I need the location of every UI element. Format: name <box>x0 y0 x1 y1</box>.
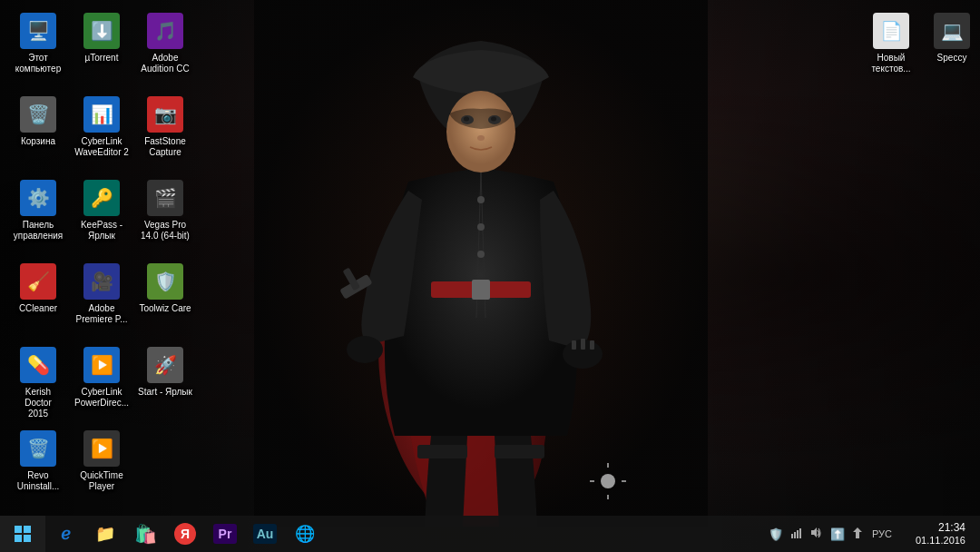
cyberlink-power-icon: ▶️ <box>83 347 120 383</box>
recycle-bin-label: Корзина <box>21 136 55 147</box>
svg-point-7 <box>477 135 485 141</box>
speccy-icon: 💻 <box>934 13 970 49</box>
desktop-icon-vegas-pro[interactable]: 🎬Vegas Pro 14.0 (64-bit) <box>134 174 196 256</box>
character-illustration <box>254 0 708 527</box>
faststone-label: FastStone Capture <box>144 136 186 158</box>
desktop-icon-quicktime[interactable]: ▶️QuickTime Player <box>71 425 132 507</box>
utorrent-label: µTorrent <box>85 53 119 64</box>
speccy-label: Speccy <box>937 53 967 64</box>
ie-app-icon: ℯ <box>61 524 71 544</box>
svg-point-5 <box>464 117 469 122</box>
faststone-icon: 📷 <box>147 96 183 133</box>
svg-point-8 <box>347 336 383 363</box>
tray-network-icon[interactable] <box>789 527 805 542</box>
adobe-premiere-label: Adobe Premiere P... <box>75 303 127 325</box>
desktop-icon-utorrent[interactable]: ⬇️µTorrent <box>71 7 132 89</box>
desktop-icon-faststone[interactable]: 📷FastStone Capture <box>134 91 196 172</box>
control-panel-icon: ⚙️ <box>20 180 56 216</box>
svg-rect-29 <box>15 535 22 542</box>
tray-arrow-icon[interactable] <box>850 527 865 542</box>
desktop-icons-right: 📄Новый текстов...💻Speccy <box>853 0 980 163</box>
clock-date: 01.11.2016 <box>916 535 965 547</box>
quicktime-icon: ▶️ <box>83 430 120 467</box>
svg-rect-28 <box>24 526 31 533</box>
clock[interactable]: 21:34 01.11.2016 <box>908 521 973 547</box>
start-shortcut-label: Start - Ярлык <box>138 387 192 398</box>
vegas-pro-label: Vegas Pro 14.0 (64-bit) <box>141 220 190 242</box>
desktop-icon-cyberlink-wave[interactable]: 📊CyberLink WaveEditor 2 <box>71 91 132 172</box>
desktop-icon-speccy[interactable]: 💻Speccy <box>921 7 980 89</box>
recycle-bin-icon: 🗑️ <box>20 96 56 133</box>
desktop-icon-kerish-doctor[interactable]: 💊Kerish Doctor 2015 <box>7 341 69 423</box>
taskbar-app-store[interactable]: 🛍️ <box>125 516 165 552</box>
desktop-icon-new-text-file[interactable]: 📄Новый текстов... <box>860 7 922 89</box>
desktop-icon-control-panel[interactable]: ⚙️Панель управления <box>7 174 69 256</box>
keepass-label: KeePass - Ярлык <box>81 220 122 242</box>
adobe-audition-label: Adobe Audition CC <box>141 53 189 74</box>
svg-marker-36 <box>853 527 862 538</box>
svg-point-17 <box>477 251 485 258</box>
svg-rect-27 <box>15 526 22 533</box>
this-computer-label: Этот компьютер <box>15 53 61 74</box>
desktop-icon-adobe-audition[interactable]: 🎵Adobe Audition CC <box>134 7 196 89</box>
svg-rect-20 <box>417 445 467 458</box>
this-computer-icon: 🖥️ <box>20 13 56 49</box>
desktop: 🖥️Этот компьютер⬇️µTorrent🎵Adobe Auditio… <box>0 0 980 552</box>
desktop-icon-revo-uninstall[interactable]: 🗑️Revo Uninstall... <box>7 425 69 507</box>
new-text-file-icon: 📄 <box>873 13 909 49</box>
svg-point-15 <box>477 196 485 203</box>
adobe-premiere-icon: 🎥 <box>83 263 120 300</box>
new-text-file-label: Новый текстов... <box>871 53 910 74</box>
store-app-icon: 🛍️ <box>134 523 157 545</box>
ccleaner-icon: 🧹 <box>20 263 56 300</box>
yandex-browser-tb-app-icon: 🌐 <box>295 524 315 544</box>
svg-rect-14 <box>590 340 594 350</box>
explorer-app-icon: 📁 <box>95 524 115 544</box>
desktop-icon-toolwiz-care[interactable]: 🛡️Toolwiz Care <box>134 258 196 340</box>
ccleaner-label: CCleaner <box>19 303 57 314</box>
svg-rect-31 <box>791 534 793 538</box>
keepass-icon: 🔑 <box>83 180 120 216</box>
desktop-icon-adobe-premiere[interactable]: 🎥Adobe Premiere P... <box>71 258 132 340</box>
quicktime-label: QuickTime Player <box>80 470 122 492</box>
taskbar-app-adobe-premiere-tb[interactable]: Pr <box>205 516 245 552</box>
vegas-pro-icon: 🎬 <box>147 180 183 216</box>
tray-shield-icon[interactable]: 🛡️ <box>767 527 785 541</box>
adobe-audition-tb-app-icon: Au <box>253 524 277 544</box>
desktop-icon-keepass[interactable]: 🔑KeePass - Ярлык <box>71 174 132 256</box>
revo-uninstall-icon: 🗑️ <box>20 430 56 467</box>
desktop-icon-ccleaner[interactable]: 🧹CCleaner <box>7 258 69 340</box>
taskbar-apps: ℯ📁🛍️ЯPrAu🌐 <box>45 516 760 552</box>
desktop-icons-left: 🖥️Этот компьютер⬇️µTorrent🎵Adobe Auditio… <box>0 0 200 508</box>
show-desktop-button[interactable] <box>973 516 980 552</box>
taskbar-app-explorer[interactable]: 📁 <box>85 516 125 552</box>
svg-rect-21 <box>495 445 544 458</box>
svg-rect-32 <box>794 532 796 538</box>
tray-sound-icon[interactable] <box>808 527 825 542</box>
svg-rect-33 <box>797 530 799 538</box>
utorrent-icon: ⬇️ <box>83 13 120 49</box>
svg-marker-35 <box>811 527 817 537</box>
start-button[interactable] <box>0 516 45 552</box>
desktop-icon-start-shortcut[interactable]: 🚀Start - Ярлык <box>134 341 196 423</box>
control-panel-label: Панель управления <box>14 220 64 242</box>
tray-upload-icon[interactable]: ⬆️ <box>828 527 847 541</box>
desktop-icon-cyberlink-power[interactable]: ▶️CyberLink PowerDirec... <box>71 341 132 423</box>
system-tray: 🛡️ ⬆️ <box>760 516 903 552</box>
kerish-doctor-icon: 💊 <box>20 347 56 383</box>
svg-point-16 <box>477 223 485 231</box>
revo-uninstall-label: Revo Uninstall... <box>17 470 60 492</box>
desktop-icon-this-computer[interactable]: 🖥️Этот компьютер <box>7 7 69 89</box>
adobe-premiere-tb-app-icon: Pr <box>213 524 237 544</box>
start-shortcut-icon: 🚀 <box>147 347 183 383</box>
desktop-icon-recycle-bin[interactable]: 🗑️Корзина <box>7 91 69 172</box>
svg-rect-34 <box>799 528 801 538</box>
taskbar-app-yandex-browser-tb[interactable]: 🌐 <box>285 516 325 552</box>
taskbar-app-yandex[interactable]: Я <box>165 516 205 552</box>
svg-rect-13 <box>581 339 585 350</box>
taskbar-app-ie[interactable]: ℯ <box>45 516 85 552</box>
cyberlink-wave-icon: 📊 <box>83 96 120 133</box>
language-indicator[interactable]: РУС <box>868 528 896 539</box>
svg-point-2 <box>446 91 515 172</box>
taskbar-app-adobe-audition-tb[interactable]: Au <box>245 516 285 552</box>
